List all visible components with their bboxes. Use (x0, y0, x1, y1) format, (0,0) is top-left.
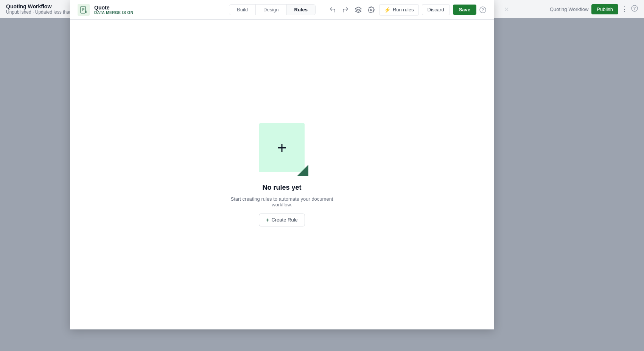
run-rules-label: Run rules (393, 7, 414, 12)
empty-state-illustration: + (255, 123, 308, 176)
tab-rules[interactable]: Rules (287, 5, 315, 15)
tab-group: Build Design Rules (229, 4, 316, 15)
svg-marker-6 (355, 7, 361, 10)
help-circle-icon: ? (479, 6, 486, 13)
modal-help-button[interactable]: ? (479, 6, 486, 13)
more-options-button[interactable]: ⋮ (621, 5, 628, 13)
publish-button[interactable]: Publish (591, 4, 618, 14)
illustration-plus: + (277, 140, 287, 156)
undo-icon (329, 6, 336, 13)
toolbar-right: ⚡ Run rules Discard Save ? (328, 4, 486, 16)
svg-rect-2 (81, 6, 86, 13)
svg-point-7 (370, 9, 372, 11)
redo-icon (342, 6, 349, 13)
more-icon: ⋮ (621, 5, 628, 13)
illustration-corner (297, 165, 308, 176)
tab-design[interactable]: Design (256, 5, 286, 15)
create-rule-button[interactable]: + Create Rule (259, 214, 305, 226)
tab-build[interactable]: Build (229, 5, 256, 15)
save-button[interactable]: Save (453, 5, 476, 15)
layers-button[interactable] (353, 5, 363, 15)
undo-button[interactable] (328, 5, 338, 15)
svg-text:?: ? (633, 6, 636, 11)
redo-button[interactable] (341, 5, 350, 15)
create-rule-label: Create Rule (271, 217, 297, 223)
empty-state: + No rules yet Start creating rules to a… (221, 123, 342, 226)
modal-title-area: Quote DATA MERGE IS ON (94, 5, 133, 15)
layers-icon (355, 6, 362, 13)
workflow-breadcrumb-link[interactable]: Quoting Workflow (550, 6, 588, 12)
main-modal: Quote DATA MERGE IS ON Build Design Rule… (70, 0, 494, 329)
modal-body: + No rules yet Start creating rules to a… (70, 20, 494, 329)
bg-top-right-actions: Quoting Workflow Publish ⋮ ? (550, 4, 638, 14)
help-button[interactable]: ? (631, 5, 638, 14)
empty-state-subtitle: Start creating rules to automate your do… (221, 196, 342, 207)
lightning-icon: ⚡ (384, 7, 390, 13)
run-rules-button[interactable]: ⚡ Run rules (379, 4, 419, 16)
settings-button[interactable] (366, 5, 376, 15)
modal-title: Quote (94, 5, 133, 11)
gear-icon (368, 6, 375, 13)
data-merge-badge: DATA MERGE IS ON (94, 11, 133, 15)
plus-icon: + (266, 217, 269, 223)
modal-header: Quote DATA MERGE IS ON Build Design Rule… (70, 0, 494, 20)
modal-close-button[interactable]: × (504, 5, 509, 14)
document-icon (78, 4, 90, 16)
discard-button[interactable]: Discard (422, 4, 450, 15)
empty-state-title: No rules yet (262, 184, 301, 192)
svg-text:?: ? (482, 8, 484, 12)
help-circle-icon: ? (631, 6, 638, 13)
